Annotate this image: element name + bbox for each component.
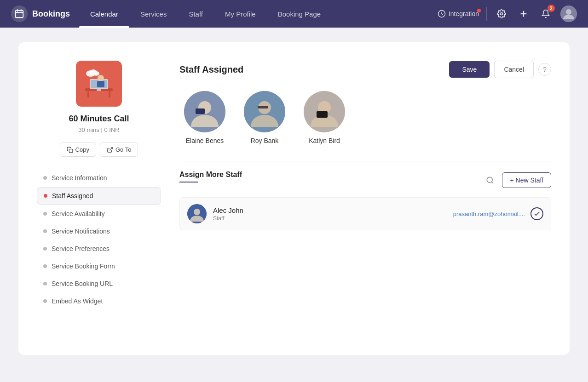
- staff-list-role: Staff: [213, 215, 453, 222]
- staff-name-katlyn: Katlyn Bird: [309, 137, 340, 144]
- sidebar-item-service-booking-url[interactable]: Service Booking URL: [37, 275, 161, 292]
- staff-list-email: prasanth.ram@zohomail....: [453, 211, 525, 217]
- nav-right: Integration 2: [438, 6, 577, 22]
- brand-icon: [11, 6, 28, 22]
- copy-icon: [67, 147, 73, 153]
- nav-calendar[interactable]: Calendar: [79, 0, 129, 28]
- new-staff-button[interactable]: + New Staff: [502, 172, 551, 188]
- svg-point-20: [93, 71, 99, 76]
- svg-line-33: [492, 182, 493, 183]
- search-button[interactable]: [483, 173, 497, 188]
- nav-divider: [486, 7, 487, 21]
- goto-icon: [107, 147, 113, 153]
- save-button[interactable]: Save: [449, 61, 490, 78]
- staff-item: Roy Bank: [244, 91, 285, 144]
- nav-services[interactable]: Services: [129, 0, 178, 28]
- staff-item: Katlyn Bird: [304, 91, 345, 144]
- service-thumbnail: [76, 61, 122, 107]
- svg-line-22: [110, 147, 112, 150]
- sidebar-menu: Service Information Staff Assigned Servi…: [37, 170, 161, 310]
- main-content: 60 Minutes Call 30 mins | 0 INR Copy: [0, 28, 588, 370]
- svg-point-9: [566, 9, 571, 15]
- sidebar-item-service-booking-form[interactable]: Service Booking Form: [37, 258, 161, 274]
- staff-name-elaine: Elaine Benes: [186, 137, 224, 144]
- menu-dot: [43, 247, 47, 251]
- sidebar-item-embed-as-widget[interactable]: Embed As Widget: [37, 293, 161, 309]
- svg-rect-21: [69, 149, 73, 153]
- svg-rect-17: [97, 81, 104, 87]
- svg-point-35: [194, 209, 200, 215]
- settings-button[interactable]: [494, 6, 509, 21]
- brand[interactable]: Bookings: [11, 6, 70, 22]
- menu-dot: [43, 176, 47, 180]
- staff-list-item: Alec John Staff prasanth.ram@zohomail...…: [179, 197, 551, 230]
- assign-section: Assign More Staff + New Staff: [179, 161, 551, 230]
- service-meta: 30 mins | 0 INR: [78, 126, 119, 133]
- staff-name-roy: Roy Bank: [251, 137, 279, 144]
- sidebar-item-staff-assigned[interactable]: Staff Assigned: [37, 187, 161, 205]
- staff-avatar-roy: [244, 91, 285, 132]
- staff-grid: Elaine Benes Roy Bank: [179, 91, 551, 144]
- menu-dot-active: [44, 194, 47, 198]
- page-card: 60 Minutes Call 30 mins | 0 INR Copy: [18, 42, 570, 355]
- goto-button[interactable]: Go To: [100, 143, 138, 157]
- assign-header: Assign More Staff + New Staff: [179, 171, 551, 190]
- notifications-button[interactable]: 2: [538, 6, 553, 21]
- staff-list-avatar-alec: [187, 204, 207, 223]
- svg-point-16: [98, 75, 104, 81]
- svg-rect-25: [196, 108, 205, 114]
- integration-link[interactable]: Integration: [438, 10, 479, 18]
- sidebar-item-service-preferences[interactable]: Service Preferences: [37, 240, 161, 257]
- brand-name: Bookings: [32, 9, 70, 19]
- staff-item: Elaine Benes: [184, 91, 225, 144]
- menu-dot: [43, 282, 47, 285]
- integration-dot: [477, 9, 481, 12]
- sidebar-item-service-information[interactable]: Service Information: [37, 170, 161, 186]
- right-content: Staff Assigned Save Cancel ?: [179, 61, 551, 336]
- menu-dot: [43, 212, 47, 216]
- svg-rect-12: [109, 91, 110, 97]
- staff-check-button[interactable]: [530, 207, 543, 220]
- svg-rect-15: [97, 89, 101, 91]
- service-actions: Copy Go To: [60, 143, 138, 157]
- staff-list-info: Alec John Staff: [213, 206, 453, 222]
- section-header: Staff Assigned Save Cancel ?: [179, 61, 551, 78]
- service-name: 60 Minutes Call: [69, 114, 129, 124]
- navbar: Bookings Calendar Services Staff My Prof…: [0, 0, 588, 28]
- svg-point-5: [501, 13, 503, 15]
- section-title: Staff Assigned: [179, 64, 449, 75]
- help-button[interactable]: ?: [538, 63, 551, 76]
- nav-booking-page[interactable]: Booking Page: [267, 0, 332, 28]
- left-sidebar: 60 Minutes Call 30 mins | 0 INR Copy: [37, 61, 161, 336]
- nav-my-profile[interactable]: My Profile: [214, 0, 267, 28]
- sidebar-item-service-availability[interactable]: Service Availability: [37, 205, 161, 222]
- copy-button[interactable]: Copy: [60, 143, 96, 157]
- nav-links: Calendar Services Staff My Profile Booki…: [79, 0, 438, 28]
- assign-title-wrapper: Assign More Staff: [179, 171, 483, 190]
- svg-rect-0: [16, 11, 23, 18]
- svg-rect-11: [87, 91, 89, 97]
- menu-dot: [43, 229, 47, 233]
- menu-dot: [43, 264, 47, 268]
- cancel-button[interactable]: Cancel: [494, 61, 534, 78]
- sidebar-item-service-notifications[interactable]: Service Notifications: [37, 223, 161, 239]
- staff-avatar-katlyn: [304, 91, 345, 132]
- user-avatar[interactable]: [560, 6, 577, 22]
- assign-title: Assign More Staff: [179, 171, 483, 179]
- notification-badge: 2: [548, 5, 555, 12]
- nav-staff[interactable]: Staff: [178, 0, 214, 28]
- svg-rect-31: [317, 111, 328, 118]
- staff-list-name: Alec John: [213, 206, 453, 214]
- menu-dot: [43, 299, 47, 303]
- svg-point-32: [487, 177, 493, 182]
- assign-underline: [179, 182, 198, 182]
- svg-rect-28: [258, 106, 268, 108]
- staff-avatar-elaine: [184, 91, 225, 132]
- add-button[interactable]: [516, 6, 531, 21]
